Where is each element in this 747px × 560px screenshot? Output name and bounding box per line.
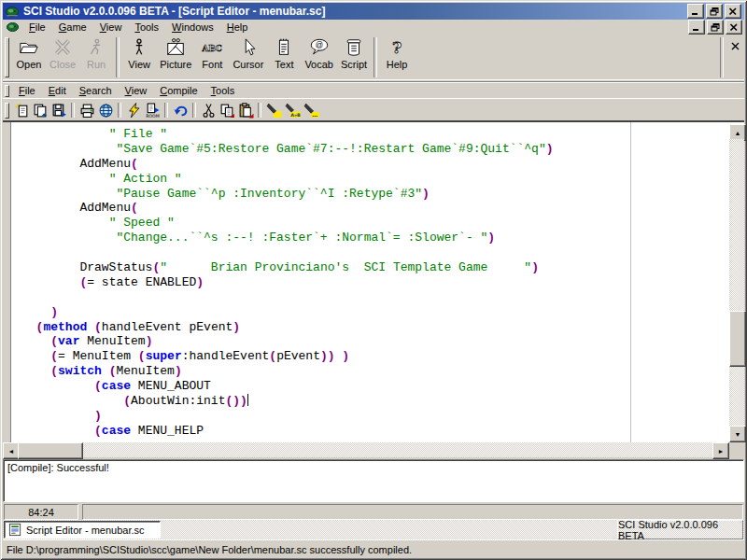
cut-icon[interactable] [199, 101, 218, 119]
mdi-close-button[interactable] [726, 20, 742, 35]
compile-icon[interactable] [124, 101, 143, 119]
replace-highlighter-icon[interactable]: A»B [283, 101, 302, 119]
svg-text:...: ... [312, 111, 317, 118]
toolbar-close-icon[interactable] [728, 39, 741, 52]
vertical-scroll-thumb[interactable] [729, 311, 746, 367]
scroll-down-icon[interactable]: ▼ [729, 426, 746, 442]
picture-resource-icon [164, 37, 187, 58]
copy-icon[interactable] [218, 101, 236, 119]
main-toolbar: Open Close Run View Picture ABC Font Cur… [3, 35, 744, 80]
editor-menu-search[interactable]: Search [73, 84, 119, 97]
right-margin-line [630, 122, 631, 444]
menu-view[interactable]: View [93, 21, 129, 34]
cursor-position-panel: 84:24 [4, 504, 78, 520]
web-icon[interactable] [96, 101, 115, 119]
editor-gutter [3, 122, 11, 444]
open-folder-icon [18, 37, 40, 58]
message-text: File D:\programming\SCIStudio\scc\game\N… [7, 544, 412, 555]
active-document-tab[interactable]: Script Editor - menubar.sc [4, 521, 161, 539]
open-script-icon[interactable] [31, 101, 49, 119]
script-document-icon [8, 523, 22, 537]
text-resource-icon [273, 37, 295, 58]
close-doc-button[interactable]: Close [46, 35, 79, 79]
paste-icon[interactable] [236, 101, 255, 119]
highlighter-options-icon[interactable]: ... [302, 101, 320, 119]
editor-toolbar: ROOM A»B ... [3, 98, 744, 121]
svg-text:ABC: ABC [202, 44, 222, 53]
code-lines: " File " "Save Game`#5:Restore Game`#7:-… [21, 127, 554, 439]
menu-game[interactable]: Game [52, 21, 93, 34]
title-bar: SCI Studio v2.0.0.096 BETA - [Script Edi… [3, 3, 744, 20]
picture-resource-button[interactable]: Picture [156, 35, 195, 79]
editor-toolbar-separator [164, 103, 168, 118]
save-script-icon[interactable] [49, 101, 68, 119]
view-resource-icon [128, 37, 150, 58]
svg-text:?: ? [392, 38, 402, 57]
restore-button[interactable] [706, 4, 723, 19]
menu-file[interactable]: File [22, 21, 52, 34]
close-x-icon [51, 37, 74, 58]
toolbar-separator [116, 37, 120, 77]
text-resource-button[interactable]: Text [267, 35, 301, 79]
help-icon: ? [386, 37, 408, 58]
font-resource-button[interactable]: ABC Font [195, 35, 229, 79]
toolbar-separator [374, 37, 377, 77]
highlighter-icon[interactable] [264, 101, 283, 119]
print-icon[interactable] [78, 101, 96, 119]
vocab-resource-button[interactable]: @ Vocab [301, 35, 337, 79]
active-document-label: Script Editor - menubar.sc [26, 525, 145, 536]
script-resource-icon [343, 37, 365, 58]
view-resource-button[interactable]: View [122, 35, 156, 79]
compiler-output-panel: [Compile]: Successful! [3, 459, 744, 502]
app-version-panel: SCI Studio v2.0.0.096 BETA [617, 520, 743, 539]
run-button[interactable]: Run [79, 35, 113, 79]
message-bar: File D:\programming\SCIStudio\scc\game\N… [3, 539, 744, 558]
run-figure-icon [85, 37, 107, 58]
editor-menu-edit[interactable]: Edit [42, 84, 73, 97]
help-button[interactable]: ? Help [380, 35, 414, 79]
compile-room-icon[interactable]: ROOM [143, 101, 162, 119]
font-resource-icon: ABC [201, 37, 223, 58]
toolbar-gripper[interactable] [5, 37, 9, 77]
editor-toolbar-separator [71, 103, 75, 118]
editor-menu-tools[interactable]: Tools [204, 84, 242, 97]
horizontal-scrollbar[interactable]: ◄ ► [3, 442, 729, 457]
mdi-restore-button[interactable] [707, 20, 724, 35]
editor-menu-view[interactable]: View [119, 84, 154, 97]
main-menu-bar: File Game View Tools Windows Help [3, 20, 744, 35]
menu-tools[interactable]: Tools [128, 21, 165, 34]
app-icon [5, 5, 20, 19]
close-button[interactable] [725, 4, 741, 19]
script-resource-button[interactable]: Script [337, 35, 371, 79]
vertical-scrollbar[interactable]: ▲ ▼ [729, 124, 744, 442]
menu-help[interactable]: Help [220, 21, 255, 34]
editor-toolbar-gripper[interactable] [5, 103, 9, 119]
cursor-position: 84:24 [28, 507, 54, 518]
editor-menu-file[interactable]: File [12, 84, 42, 97]
code-editor[interactable]: " File " "Save Game`#5:Restore Game`#7:-… [3, 120, 744, 444]
menubar-gripper[interactable] [5, 85, 9, 97]
menu-windows[interactable]: Windows [165, 21, 220, 34]
app-version-label: SCI Studio v2.0.0.096 BETA [618, 519, 742, 541]
svg-text:ROOM: ROOM [146, 114, 160, 119]
cursor-resource-button[interactable]: Cursor [229, 35, 267, 79]
toolbar-separator [720, 37, 724, 77]
horizontal-scroll-thumb[interactable] [18, 442, 83, 459]
status-message-panel [82, 504, 743, 520]
svg-text:@: @ [316, 41, 323, 49]
editor-toolbar-separator [258, 103, 261, 118]
app-window: SCI Studio v2.0.0.096 BETA - [Script Edi… [0, 0, 747, 560]
scroll-right-icon[interactable]: ► [712, 442, 729, 459]
editor-toolbar-separator [118, 103, 121, 118]
editor-menu-bar: File Edit Search View Compile Tools [3, 81, 744, 99]
document-taskbar: Script Editor - menubar.sc SCI Studio v2… [3, 520, 744, 539]
mdi-minimize-button[interactable] [688, 20, 705, 35]
undo-icon[interactable] [171, 101, 190, 119]
document-icon [6, 21, 20, 34]
cursor-resource-icon [237, 37, 260, 58]
minimize-button[interactable] [687, 4, 704, 19]
scrollbar-corner [729, 442, 744, 457]
open-button[interactable]: Open [12, 35, 46, 79]
editor-menu-compile[interactable]: Compile [153, 84, 204, 97]
new-script-icon[interactable] [12, 101, 31, 119]
